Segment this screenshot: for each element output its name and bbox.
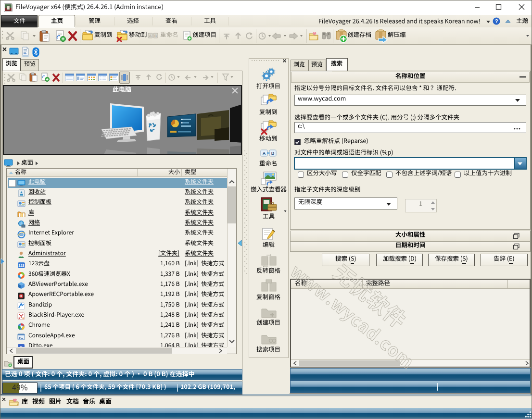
svg-text:123: 123: [18, 263, 25, 268]
svg-text:B: B: [154, 34, 157, 38]
svg-text:A: A: [149, 34, 152, 38]
svg-text:?: ?: [495, 18, 498, 24]
svg-text:A: A: [263, 151, 266, 156]
svg-text:B: B: [271, 151, 275, 156]
